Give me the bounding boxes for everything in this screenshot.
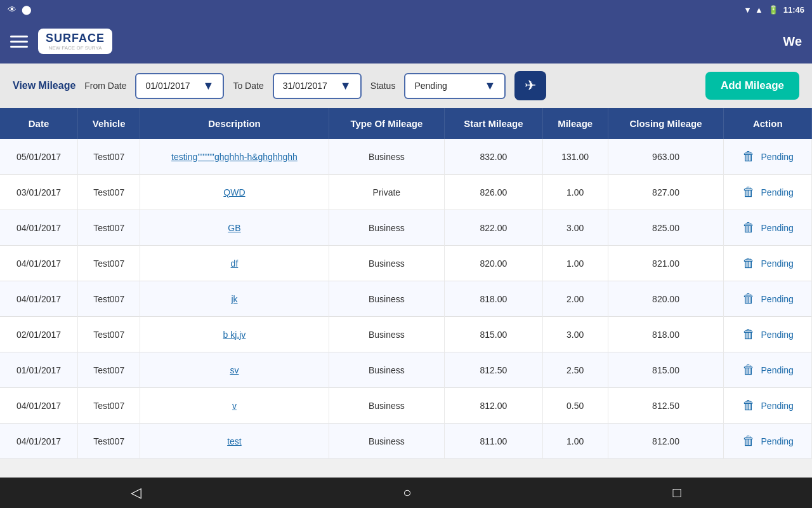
status-badge: Pending <box>761 187 794 197</box>
from-date-value: 01/01/2017 <box>145 81 190 91</box>
cell-start: 812.50 <box>445 352 543 388</box>
cell-action: 🗑 Pending <box>724 139 812 175</box>
status-badge: Pending <box>761 436 794 446</box>
cell-mileage: 1.00 <box>542 246 608 281</box>
cell-action: 🗑 Pending <box>724 352 812 388</box>
wifi-icon: ▾ <box>745 5 750 15</box>
cell-start: 811.00 <box>445 424 543 459</box>
menu-button[interactable] <box>10 36 28 48</box>
cell-date: 04/01/2017 <box>0 246 78 281</box>
status-picker[interactable]: Pending ▼ <box>404 73 506 99</box>
cell-start: 820.00 <box>445 246 543 281</box>
back-button[interactable]: ◁ <box>131 485 141 501</box>
delete-icon[interactable]: 🗑 <box>742 434 755 448</box>
col-action: Action <box>724 108 812 139</box>
cell-date: 04/01/2017 <box>0 281 78 317</box>
signal-icon: ▲ <box>755 5 763 15</box>
col-type-of-mileage: Type Of Mileage <box>329 108 444 139</box>
cell-description[interactable]: df <box>140 246 329 281</box>
cell-closing: 818.00 <box>608 317 724 352</box>
cell-type: Business <box>329 210 444 246</box>
cell-type: Business <box>329 281 444 317</box>
cell-mileage: 131.00 <box>542 139 608 175</box>
cell-vehicle: Test007 <box>78 246 140 281</box>
cell-description[interactable]: v <box>140 388 329 424</box>
table-header: Date Vehicle Description Type Of Mileage… <box>0 108 812 139</box>
cell-vehicle: Test007 <box>78 424 140 459</box>
cell-description[interactable]: GB <box>140 210 329 246</box>
delete-icon[interactable]: 🗑 <box>742 327 755 342</box>
eye-icon: 👁 <box>8 4 16 15</box>
home-button[interactable]: ○ <box>403 485 411 501</box>
cell-description[interactable]: QWD <box>140 175 329 210</box>
cell-action: 🗑 Pending <box>724 281 812 317</box>
cell-action: 🗑 Pending <box>724 210 812 246</box>
delete-icon[interactable]: 🗑 <box>742 220 755 235</box>
cell-type: Business <box>329 139 444 175</box>
cell-date: 04/01/2017 <box>0 388 78 424</box>
cell-description[interactable]: b kj.jv <box>140 317 329 352</box>
status-badge: Pending <box>761 294 794 304</box>
send-icon: ✈ <box>525 77 536 94</box>
to-date-picker[interactable]: 31/01/2017 ▼ <box>273 73 362 99</box>
status-bar: 👁 ⬤ ▾ ▲ 🔋 11:46 <box>0 0 812 19</box>
status-badge: Pending <box>761 258 794 269</box>
cell-mileage: 3.00 <box>542 317 608 352</box>
cell-type: Business <box>329 317 444 352</box>
table-row: 01/01/2017 Test007 sv Business 812.50 2.… <box>0 352 812 388</box>
delete-icon[interactable]: 🗑 <box>742 398 755 413</box>
cell-start: 818.00 <box>445 281 543 317</box>
cell-description[interactable]: testing''''''''''ghghhh-h&ghghhghh <box>140 139 329 175</box>
cell-description[interactable]: sv <box>140 352 329 388</box>
cell-action: 🗑 Pending <box>724 317 812 352</box>
delete-icon[interactable]: 🗑 <box>742 185 755 199</box>
from-date-arrow-icon: ▼ <box>203 79 214 93</box>
cell-action: 🗑 Pending <box>724 175 812 210</box>
table-row: 04/01/2017 Test007 test Business 811.00 … <box>0 424 812 459</box>
cell-action: 🗑 Pending <box>724 388 812 424</box>
cell-closing: 963.00 <box>608 139 724 175</box>
cell-start: 822.00 <box>445 210 543 246</box>
cell-closing: 827.00 <box>608 175 724 210</box>
cell-action: 🗑 Pending <box>724 424 812 459</box>
col-date: Date <box>0 108 78 139</box>
col-vehicle: Vehicle <box>78 108 140 139</box>
navbar: SURFACE NEW FACE OF SURYA We <box>0 19 812 64</box>
cell-closing: 815.00 <box>608 352 724 388</box>
cell-mileage: 1.00 <box>542 424 608 459</box>
cell-mileage: 2.00 <box>542 281 608 317</box>
recent-apps-button[interactable]: □ <box>673 485 681 501</box>
delete-icon[interactable]: 🗑 <box>742 291 755 306</box>
from-date-label: From Date <box>84 81 126 91</box>
cell-vehicle: Test007 <box>78 317 140 352</box>
table-row: 04/01/2017 Test007 GB Business 822.00 3.… <box>0 210 812 246</box>
cell-description[interactable]: test <box>140 424 329 459</box>
to-date-arrow-icon: ▼ <box>340 79 351 93</box>
table-row: 03/01/2017 Test007 QWD Private 826.00 1.… <box>0 175 812 210</box>
mileage-table: Date Vehicle Description Type Of Mileage… <box>0 108 812 459</box>
delete-icon[interactable]: 🗑 <box>742 149 755 164</box>
table-row: 04/01/2017 Test007 jk Business 818.00 2.… <box>0 281 812 317</box>
table-row: 04/01/2017 Test007 v Business 812.00 0.5… <box>0 388 812 424</box>
time-display: 11:46 <box>783 5 804 15</box>
bottom-nav: ◁ ○ □ <box>0 478 812 508</box>
cell-description[interactable]: jk <box>140 281 329 317</box>
cell-date: 01/01/2017 <box>0 352 78 388</box>
status-badge: Pending <box>761 223 794 233</box>
cell-vehicle: Test007 <box>78 139 140 175</box>
send-button[interactable]: ✈ <box>514 71 546 100</box>
delete-icon[interactable]: 🗑 <box>742 363 755 377</box>
battery-icon: 🔋 <box>768 5 778 15</box>
cell-date: 04/01/2017 <box>0 210 78 246</box>
from-date-picker[interactable]: 01/01/2017 ▼ <box>135 73 224 99</box>
add-mileage-button[interactable]: Add Mileage <box>705 72 799 100</box>
logo-text: SURFACE <box>46 32 105 44</box>
cell-action: 🗑 Pending <box>724 246 812 281</box>
table-body: 05/01/2017 Test007 testing''''''''''ghgh… <box>0 139 812 459</box>
col-start-mileage: Start Mileage <box>445 108 543 139</box>
col-closing-mileage: Closing Mileage <box>608 108 724 139</box>
cell-vehicle: Test007 <box>78 352 140 388</box>
delete-icon[interactable]: 🗑 <box>742 256 755 271</box>
table-row: 02/01/2017 Test007 b kj.jv Business 815.… <box>0 317 812 352</box>
cell-type: Business <box>329 424 444 459</box>
